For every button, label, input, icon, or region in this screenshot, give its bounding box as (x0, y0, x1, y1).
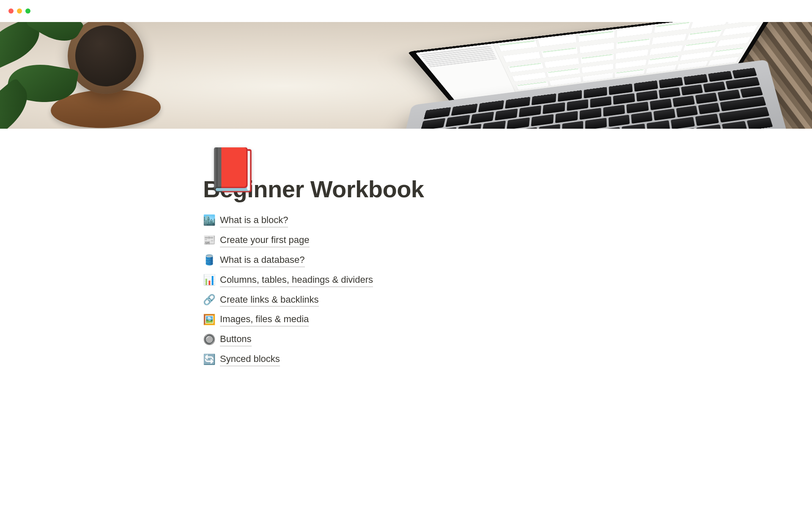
page-link-create-first-page[interactable]: 📰 Create your first page (203, 230, 609, 250)
page-link-what-is-a-block[interactable]: 🏙️ What is a block? (203, 210, 609, 230)
window-chrome (0, 0, 812, 22)
page-link-label: Synced blocks (220, 352, 280, 366)
page-link-label: What is a database? (220, 253, 305, 267)
page-link-label: Create your first page (220, 233, 310, 247)
page-link-buttons[interactable]: 🔘 Buttons (203, 329, 609, 349)
page-body: 📕 Beginner Workbook 🏙️ What is a block? … (152, 175, 660, 395)
page-link-synced-blocks[interactable]: 🔄 Synced blocks (203, 349, 609, 369)
page-link-icon: 📰 (203, 234, 215, 246)
cover-plant (0, 22, 161, 129)
window-minimize-button[interactable] (17, 8, 22, 14)
page-link-icon: 🛢️ (203, 254, 215, 266)
page-cover[interactable] (0, 22, 812, 129)
page-link-list: 🏙️ What is a block? 📰 Create your first … (203, 210, 609, 369)
page-link-label: Columns, tables, headings & dividers (220, 273, 373, 287)
page-link-icon: 📊 (203, 274, 215, 286)
page-link-label: Create links & backlinks (220, 293, 319, 307)
page-link-icon: 🏙️ (203, 214, 215, 226)
page-link-columns-tables[interactable]: 📊 Columns, tables, headings & dividers (203, 270, 609, 290)
page-link-icon: 🔘 (203, 334, 215, 345)
page-link-icon: 🖼️ (203, 314, 215, 326)
window-zoom-button[interactable] (25, 8, 30, 14)
page-title[interactable]: Beginner Workbook (203, 175, 609, 203)
page-link-label: Images, files & media (220, 312, 309, 326)
page-link-images-files-media[interactable]: 🖼️ Images, files & media (203, 309, 609, 329)
window-close-button[interactable] (8, 8, 14, 14)
page-link-what-is-a-database[interactable]: 🛢️ What is a database? (203, 250, 609, 270)
page-link-label: What is a block? (220, 213, 288, 227)
page-link-create-links[interactable]: 🔗 Create links & backlinks (203, 290, 609, 310)
page-link-icon: 🔄 (203, 353, 215, 365)
page-link-icon: 🔗 (203, 294, 215, 306)
page-link-label: Buttons (220, 332, 252, 346)
page-icon[interactable]: 📕 (206, 148, 259, 190)
